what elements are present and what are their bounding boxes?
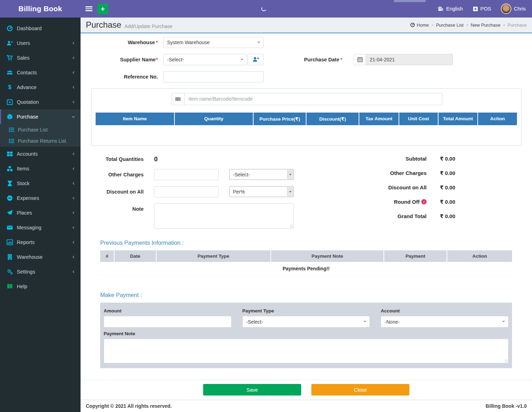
info-icon[interactable]: i xyxy=(421,199,427,204)
payment-note-textarea[interactable] xyxy=(104,339,509,363)
save-button[interactable]: Save xyxy=(203,384,301,396)
other-charges-label: Other Charges xyxy=(91,172,144,177)
make-payment-panel: Amount Payment Type -Select- Account -No… xyxy=(100,303,512,368)
sidebar-item-help[interactable]: Help xyxy=(0,279,81,294)
discount-on-all-label: Discount on All xyxy=(91,189,144,195)
sidebar: Dashboard Users Sales Contacts $ Advance… xyxy=(0,18,81,412)
make-payment-heading: Make Payment : xyxy=(100,292,512,298)
items-table-header: Item Name Quantity Purchase Price(₹) Dis… xyxy=(96,113,517,125)
previous-payments-header: # Date Payment Type Payment Note Payment… xyxy=(100,250,512,262)
pos-button[interactable]: POS xyxy=(473,6,491,12)
sidebar-item-settings[interactable]: Settings xyxy=(0,264,81,279)
amount-input[interactable] xyxy=(104,316,232,327)
breadcrumb-new-purchase[interactable]: New Purchase xyxy=(471,22,500,28)
col-payment-note: Payment Note xyxy=(271,250,384,262)
cubes-icon xyxy=(6,166,13,172)
quick-add-button[interactable] xyxy=(97,4,108,14)
col-unit-cost: Unit Cost xyxy=(399,113,438,125)
book-icon xyxy=(6,283,13,290)
sidebar-item-quotation[interactable]: Quotation xyxy=(0,95,81,109)
app-logo[interactable]: Billing Book xyxy=(0,0,81,18)
select-arrow-icon xyxy=(364,321,366,324)
discount-type-select[interactable]: Per% xyxy=(229,186,294,197)
sidebar-subitem-purchase-returns-list[interactable]: Purchase Returns List xyxy=(0,135,81,147)
resize-handle-icon[interactable] xyxy=(505,359,508,363)
subtotal-value: ₹ 0.00 xyxy=(440,156,477,162)
sidebar-item-warehouse[interactable]: Warehouse xyxy=(0,250,81,264)
item-search-input[interactable] xyxy=(185,93,442,105)
barcode-icon xyxy=(172,93,185,105)
dollar-icon: $ xyxy=(6,84,13,90)
totals-section: Total Quantities 0 Other Charges -Select… xyxy=(81,156,532,235)
sidebar-item-messaging[interactable]: Messaging xyxy=(0,220,81,235)
items-table: Item Name Quantity Purchase Price(₹) Dis… xyxy=(96,113,517,135)
user-menu[interactable]: Chris xyxy=(501,4,526,14)
sidebar-item-reports[interactable]: Reports xyxy=(0,235,81,250)
add-supplier-button[interactable] xyxy=(248,54,264,65)
note-label: Note xyxy=(91,203,144,212)
sidebar-item-expenses[interactable]: Expenses xyxy=(0,191,81,205)
col-quantity: Quantity xyxy=(174,113,253,125)
account-select[interactable]: -None- xyxy=(381,316,509,327)
language-label: English xyxy=(446,6,463,12)
reference-no-label: Reference No. xyxy=(124,74,158,80)
dashboard-icon xyxy=(6,25,13,32)
chevron-left-icon xyxy=(72,85,75,89)
purchase-date-label: Purchase Date* xyxy=(304,57,342,62)
purchase-form: Warehouse* System Warehouse Supplier Nam… xyxy=(81,33,532,400)
sidebar-toggle-icon[interactable] xyxy=(85,6,92,11)
note-textarea[interactable] xyxy=(154,203,294,229)
select-arrow-icon xyxy=(241,59,243,62)
totals-left: Total Quantities 0 Other Charges -Select… xyxy=(91,156,294,235)
sidebar-item-purchase[interactable]: Purchase xyxy=(0,109,81,124)
summary-other-charges-value: ₹ 0.00 xyxy=(440,170,477,176)
account-label: Account xyxy=(381,308,509,313)
user-plus-icon xyxy=(6,40,13,46)
list-icon xyxy=(8,127,15,133)
sidebar-item-contacts[interactable]: Contacts xyxy=(0,65,81,80)
other-charges-input[interactable] xyxy=(154,169,219,180)
calendar-plus-icon xyxy=(6,99,13,105)
col-discount: Discount(₹) xyxy=(306,113,359,125)
subtotal-label: Subtotal xyxy=(326,156,427,162)
resize-handle-icon[interactable] xyxy=(290,225,293,228)
chevron-left-icon xyxy=(72,255,75,259)
sidebar-item-places[interactable]: Places xyxy=(0,205,81,220)
reference-no-input[interactable] xyxy=(163,71,264,82)
previous-payments-table: # Date Payment Type Payment Note Payment… xyxy=(100,250,512,276)
sidebar-item-stock[interactable]: Stock xyxy=(0,176,81,191)
sidebar-item-users[interactable]: Users xyxy=(0,36,81,50)
payments-pending-message: Payments Pending!! xyxy=(100,262,512,275)
col-date: Date xyxy=(114,250,156,262)
chevron-down-icon xyxy=(71,115,75,119)
col-item-name: Item Name xyxy=(96,113,174,125)
paper-plane-icon xyxy=(6,210,13,216)
users-group-icon xyxy=(6,69,13,76)
col-action: Action xyxy=(478,113,517,125)
warehouse-select[interactable]: System Warehouse xyxy=(163,37,264,48)
sidebar-item-items[interactable]: Items xyxy=(0,161,81,176)
content-header: Purchase Add/Update Purchase Home > Purc… xyxy=(81,18,532,33)
payment-type-select[interactable]: -Select- xyxy=(242,316,370,327)
calendar-icon[interactable] xyxy=(354,54,366,65)
breadcrumb-current: Purchase xyxy=(507,22,527,28)
language-icon xyxy=(438,6,444,12)
sidebar-item-dashboard[interactable]: Dashboard xyxy=(0,21,81,36)
other-charges-type-select[interactable]: -Select- xyxy=(229,169,294,180)
col-hash: # xyxy=(100,250,114,262)
items-panel: Item Name Quantity Purchase Price(₹) Dis… xyxy=(91,88,521,146)
breadcrumb-home[interactable]: Home xyxy=(410,22,429,28)
sidebar-subitem-purchase-list[interactable]: Purchase List xyxy=(0,124,81,135)
previous-payments-heading: Previous Payments Information : xyxy=(100,239,512,246)
supplier-select[interactable]: -Select- xyxy=(163,54,247,65)
discount-on-all-input[interactable] xyxy=(154,186,219,197)
chevron-left-icon xyxy=(72,41,75,45)
breadcrumb-purchase-list[interactable]: Purchase List xyxy=(436,22,464,28)
sidebar-item-accounts[interactable]: Accounts xyxy=(0,147,81,161)
page-subtitle: Add/Update Purchase xyxy=(124,21,172,29)
sidebar-item-sales[interactable]: Sales xyxy=(0,50,81,65)
purchase-date-input[interactable] xyxy=(366,54,453,65)
language-menu[interactable]: English xyxy=(438,6,463,12)
close-button[interactable]: Close xyxy=(311,384,409,396)
sidebar-item-advance[interactable]: $ Advance xyxy=(0,80,81,95)
